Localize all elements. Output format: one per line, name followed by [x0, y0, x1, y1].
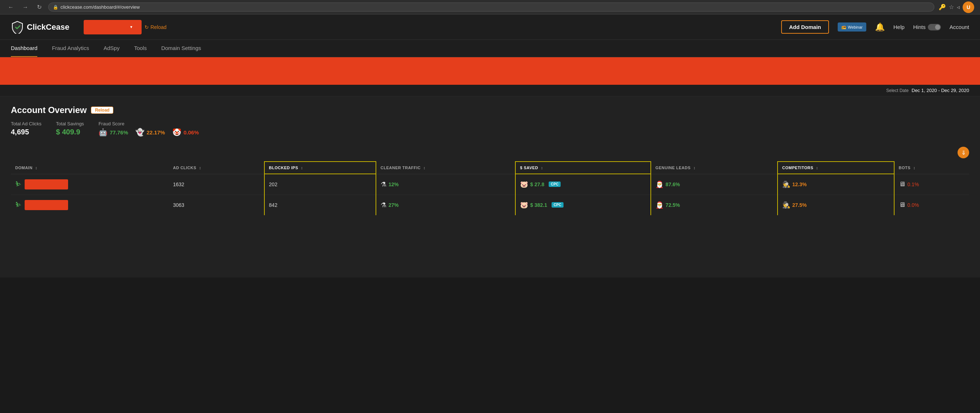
- cleaner-traffic-content-1: ⚗ 12%: [381, 180, 511, 188]
- logo-text: ClickCease: [27, 22, 69, 32]
- cleaner-traffic-value-1: 12%: [388, 182, 399, 187]
- tab-adspy[interactable]: AdSpy: [103, 40, 119, 57]
- overview-header: Account Overview Reload: [11, 105, 969, 115]
- tab-domain-settings[interactable]: Domain Settings: [161, 40, 201, 57]
- add-domain-label: Add Domain: [789, 24, 821, 30]
- forward-button[interactable]: →: [20, 3, 30, 11]
- secondary-navigation: Dashboard Fraud Analytics AdSpy Tools Do…: [0, 40, 980, 57]
- saved-cell-1: 🐷 $ 27.8 CPC: [515, 174, 651, 195]
- hints-label: Hints: [913, 24, 926, 30]
- hints-toggle[interactable]: Hints: [913, 24, 941, 30]
- competitors-cell-1: 🕵 12.3%: [778, 174, 894, 195]
- download-icon: ⇓: [961, 149, 966, 156]
- webinar-button[interactable]: 📻 Webinar: [838, 22, 866, 32]
- cpc-badge-2: CPC: [552, 202, 563, 207]
- tab-domain-settings-label: Domain Settings: [161, 45, 201, 51]
- avatar[interactable]: U: [963, 2, 974, 13]
- stats-row: Total Ad Clicks 4,695 Total Savings $ 40…: [11, 121, 969, 137]
- fraud-score-1-value: 77.76%: [110, 129, 128, 136]
- saved-content-2: 🐷 $ 382.1 CPC: [520, 201, 646, 209]
- bots-content-1: 🖥 0.1%: [899, 180, 965, 188]
- fraud-score-label: Fraud Score: [99, 121, 199, 126]
- ad-clicks-cell-2: 3063: [169, 195, 264, 215]
- hints-switch[interactable]: [928, 24, 941, 30]
- ad-clicks-cell-1: 1632: [169, 174, 264, 195]
- domain-name-redacted-2: [25, 200, 68, 210]
- col-header-bots[interactable]: BOTS ↕: [894, 161, 969, 174]
- domain-name-redacted: [89, 24, 125, 31]
- bot-icon-2: 🖥: [899, 201, 905, 209]
- competitors-content-1: 🕵 12.3%: [782, 180, 889, 188]
- logo[interactable]: ClickCease: [11, 21, 69, 34]
- col-saved-label: $ SAVED: [520, 166, 538, 170]
- col-header-competitors[interactable]: COMPETITORS ↕: [778, 161, 894, 174]
- overview-reload-button[interactable]: Reload: [91, 107, 113, 114]
- table-body: ⛷ 1632 202 ⚗ 12%: [11, 174, 969, 215]
- genuine-leads-cell-2: 🎅 72.5%: [651, 195, 778, 215]
- date-value[interactable]: Dec 1, 2020 - Dec 29, 2020: [912, 88, 969, 93]
- help-link[interactable]: Help: [893, 24, 905, 30]
- tab-tools[interactable]: Tools: [134, 40, 147, 57]
- url-text: clickcease.com/dashboard/#/overview: [60, 4, 140, 10]
- col-header-domain[interactable]: DOMAIN ↕: [11, 161, 169, 174]
- tab-fraud-analytics[interactable]: Fraud Analytics: [52, 40, 89, 57]
- bots-cell-2: 🖥 0.0%: [894, 195, 969, 215]
- refresh-button[interactable]: ↻: [35, 3, 44, 11]
- table-header-row: DOMAIN ↕ AD CLICKS ↕ BLOCKED IPS ↕ CLEAN…: [11, 161, 969, 174]
- col-genuine-leads-label: GENUINE LEADS: [655, 166, 690, 170]
- bots-value-1: 0.1%: [908, 182, 919, 187]
- tab-dashboard[interactable]: Dashboard: [11, 40, 37, 57]
- piggy-icon-1: 🐷: [520, 180, 528, 188]
- tab-dashboard-label: Dashboard: [11, 45, 37, 51]
- date-label: Select Date: [886, 88, 908, 93]
- wifi-icon: 📻: [841, 25, 846, 29]
- total-savings-value: $ 409.9: [56, 128, 84, 136]
- date-row: Select Date Dec 1, 2020 - Dec 29, 2020: [0, 85, 980, 96]
- bell-icon[interactable]: 🔔: [875, 22, 885, 32]
- tab-tools-label: Tools: [134, 45, 147, 51]
- col-header-blocked-ips[interactable]: BLOCKED IPS ↕: [264, 161, 376, 174]
- table-header: DOMAIN ↕ AD CLICKS ↕ BLOCKED IPS ↕ CLEAN…: [11, 161, 969, 174]
- cleaner-traffic-cell-1: ⚗ 12%: [376, 174, 515, 195]
- star-icon[interactable]: ☆: [949, 4, 954, 11]
- col-header-cleaner-traffic[interactable]: CLEANER TRAFFIC ↕: [376, 161, 515, 174]
- santa-icon-2: 🎅: [655, 201, 663, 209]
- ad-clicks-value-1: 1632: [173, 182, 185, 187]
- domains-table: DOMAIN ↕ AD CLICKS ↕ BLOCKED IPS ↕ CLEAN…: [11, 161, 969, 215]
- browser-chrome: ← → ↻ 🔒 clickcease.com/dashboard/#/overv…: [0, 0, 980, 14]
- domain-selector-button[interactable]: ▼: [84, 20, 142, 34]
- competitors-value-2: 27.5%: [792, 202, 807, 208]
- genuine-leads-cell-1: 🎅 87.6%: [651, 174, 778, 195]
- account-link[interactable]: Account: [950, 24, 969, 30]
- key-icon[interactable]: 🔑: [939, 4, 946, 11]
- total-clicks-label: Total Ad Clicks: [11, 121, 41, 126]
- competitors-cell-2: 🕵 27.5%: [778, 195, 894, 215]
- fraud-scores: 🤖 77.76% 👻 22.17% 🤡 0.06%: [99, 128, 199, 137]
- url-bar[interactable]: 🔒 clickcease.com/dashboard/#/overview: [48, 3, 934, 11]
- total-savings-label: Total Savings: [56, 121, 84, 126]
- fraud-icon-2: 👻: [135, 128, 145, 137]
- back-button[interactable]: ←: [6, 3, 16, 11]
- download-button[interactable]: ⇓: [958, 147, 969, 158]
- col-header-ad-clicks[interactable]: AD CLICKS ↕: [169, 161, 264, 174]
- bot-icon-1: 🖥: [899, 180, 905, 188]
- lock-icon: 🔒: [53, 5, 58, 10]
- bots-value-2: 0.0%: [908, 202, 919, 208]
- competitors-content-2: 🕵 27.5%: [782, 201, 889, 209]
- total-clicks-value: 4,695: [11, 128, 41, 136]
- fraud-score-3: 🤡 0.06%: [172, 128, 199, 137]
- col-blocked-ips-label: BLOCKED IPS: [269, 166, 298, 170]
- fraud-icon-1: 🤖: [99, 128, 108, 137]
- reload-icon: ↻: [145, 24, 149, 30]
- bots-cell-1: 🖥 0.1%: [894, 174, 969, 195]
- extensions-icon[interactable]: ◃: [957, 4, 960, 11]
- domain-cell-content-2: ⛷: [15, 200, 164, 210]
- domain-cell-content-1: ⛷: [15, 179, 164, 190]
- col-header-genuine-leads[interactable]: GENUINE LEADS ↕: [651, 161, 778, 174]
- col-header-saved[interactable]: $ SAVED ↕: [515, 161, 651, 174]
- add-domain-button[interactable]: Add Domain: [781, 20, 829, 34]
- blocked-ips-value-1: 202: [269, 182, 277, 187]
- cleaner-traffic-cell-2: ⚗ 27%: [376, 195, 515, 215]
- stat-total-clicks: Total Ad Clicks 4,695: [11, 121, 41, 137]
- reload-button[interactable]: ↻ Reload: [142, 23, 169, 32]
